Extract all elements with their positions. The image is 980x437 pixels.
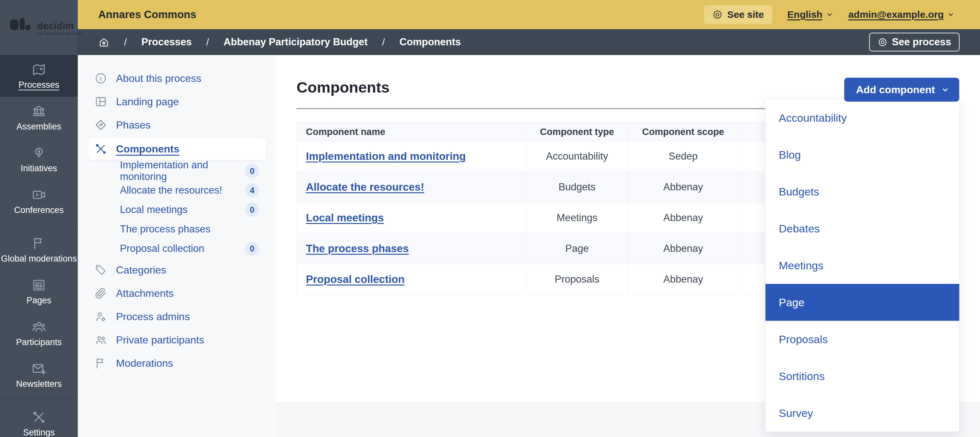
admin-sidebar: decidim free open-source democracy Proce… [0,0,78,437]
column-header-name: Component name [297,123,526,141]
menu-subitem-local-meetings[interactable]: Local meetings 0 [78,200,276,220]
article-icon [32,278,46,293]
sidebar-item-label: Participants [16,337,62,347]
menu-subitem-process-phases[interactable]: The process phases [78,220,276,239]
see-process-button[interactable]: See process [869,33,959,51]
price-tag-icon [94,263,107,276]
mail-plus-icon [32,361,46,376]
add-component-dropdown: Accountability Blog Budgets Debates Meet… [765,99,959,432]
component-scope: Abbenay [628,172,738,203]
user-email: admin@example.org [848,9,944,20]
decidim-logo-wordmark: decidim [37,21,74,32]
menu-item-label: Process admins [116,311,190,323]
top-bar-actions: See site English admin@example.org [704,5,955,24]
menu-subitem-label: Local meetings [120,204,188,215]
menu-subitem-allocate[interactable]: Allocate the resources! 4 [78,180,276,200]
component-link[interactable]: Implementation and monitoring [306,150,466,162]
dropdown-item-meetings[interactable]: Meetings [765,247,959,284]
dropdown-item-proposals[interactable]: Proposals [765,321,959,358]
menu-item-label: Components [116,143,180,155]
dropdown-item-accountability[interactable]: Accountability [765,100,959,136]
sidebar-item-label: Assemblies [16,122,61,132]
sidebar-item-assemblies[interactable]: Assemblies [0,97,78,139]
breadcrumb-separator: / [382,36,385,48]
menu-item-attachments[interactable]: Attachments [78,282,276,305]
count-badge: 0 [245,164,259,178]
sidebar-item-pages[interactable]: Pages [0,271,78,312]
dropdown-item-blog[interactable]: Blog [765,136,959,173]
sidebar-item-label: Initiatives [21,163,57,174]
decidim-logo-tagline: free open-source democracy [37,32,82,35]
home-gear-icon [98,36,110,48]
breadcrumb-separator: / [124,36,127,48]
menu-item-private-participants[interactable]: Private participants [78,328,276,352]
dropdown-item-page[interactable]: Page [765,284,959,321]
sidebar-item-initiatives[interactable]: Initiatives [0,139,78,180]
sidebar-item-conferences[interactable]: Conferences [0,180,78,222]
dropdown-item-debates[interactable]: Debates [765,210,959,247]
component-scope: Sedep [628,141,738,172]
component-scope: Abbenay [628,233,738,264]
count-badge: 4 [245,183,259,198]
chevron-down-icon [947,11,955,19]
sidebar-item-processes[interactable]: Processes [0,55,78,97]
breadcrumb: / Processes / Abbenay Participatory Budg… [78,29,980,55]
breadcrumb-home[interactable] [98,36,110,48]
dropdown-item-budgets[interactable]: Budgets [765,173,959,210]
flag-icon [94,357,107,370]
component-type: Budgets [526,172,628,203]
sidebar-divider [0,225,78,226]
paperclip-icon [94,287,107,300]
column-header-type: Component type [526,123,628,141]
count-badge: 0 [245,241,259,256]
menu-item-about[interactable]: About this process [78,66,276,90]
sidebar-item-label: Settings [23,428,55,437]
see-site-label: See site [727,9,764,20]
menu-item-label: Attachments [116,287,174,299]
breadcrumb-item-components[interactable]: Components [399,36,461,48]
component-link[interactable]: Local meetings [306,212,384,224]
menu-item-categories[interactable]: Categories [78,258,276,282]
menu-item-components[interactable]: Components [89,138,266,160]
tools-icon [32,410,46,425]
breadcrumb-item-processes[interactable]: Processes [141,36,191,48]
dropdown-item-survey[interactable]: Survey [765,394,959,432]
component-link[interactable]: The process phases [306,242,409,255]
count-badge: 0 [245,203,259,217]
component-type: Proposals [526,264,628,295]
menu-item-label: About this process [116,73,201,84]
chevron-down-icon [826,11,834,19]
menu-subitem-implementation[interactable]: Implementation and monitoring 0 [78,161,276,180]
menu-item-process-admins[interactable]: Process admins [78,305,276,328]
component-link[interactable]: Allocate the resources! [306,181,424,193]
sidebar-item-newsletters[interactable]: Newsletters [0,354,78,396]
sidebar-item-label: Newsletters [16,379,62,389]
breadcrumb-item-process[interactable]: Abbenay Participatory Budget [224,36,368,48]
layout-icon [94,95,107,108]
menu-item-phases[interactable]: Phases [78,113,276,136]
see-site-link[interactable]: See site [704,5,772,24]
menu-subitem-label: Allocate the resources! [120,185,222,196]
top-bar: Annares Commons See site English admin@e… [78,0,980,29]
bank-icon [32,104,46,119]
dropdown-item-sortitions[interactable]: Sortitions [765,358,959,394]
language-selector[interactable]: English [787,9,833,20]
user-menu[interactable]: admin@example.org [848,9,955,20]
sidebar-item-participants[interactable]: Participants [0,312,78,354]
menu-item-moderations[interactable]: Moderations [78,352,276,375]
component-link[interactable]: Proposal collection [306,273,404,285]
column-header-scope: Component scope [628,123,738,141]
menu-subitem-label: Proposal collection [120,243,204,255]
user-gear-icon [94,310,107,323]
tools-icon [94,142,107,155]
page-title: Components [296,78,390,96]
menu-item-landing-page[interactable]: Landing page [78,90,276,113]
sidebar-item-settings[interactable]: Settings [0,403,78,437]
organization-name: Annares Commons [98,8,196,21]
sidebar-item-global-moderations[interactable]: Global moderations [0,229,78,271]
menu-subitem-proposal-collection[interactable]: Proposal collection 0 [78,239,276,258]
add-component-button[interactable]: Add component [844,78,959,101]
sidebar-item-label: Global moderations [1,254,77,264]
component-type: Page [526,233,628,264]
eye-icon [712,10,723,20]
